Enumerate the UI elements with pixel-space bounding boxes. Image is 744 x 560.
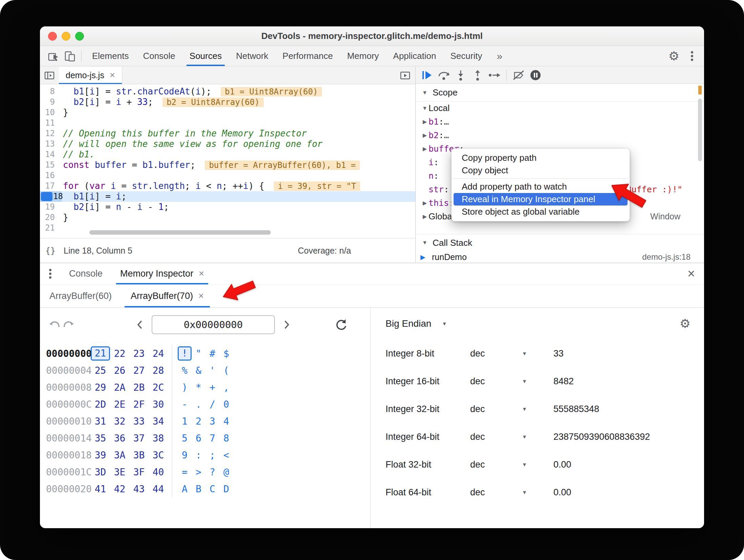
resume-script-icon[interactable]	[418, 67, 435, 83]
menu-item-store-object-as-global-variable[interactable]: Store object as global variable	[452, 206, 630, 218]
menu-item-copy-object[interactable]: Copy object	[452, 164, 630, 177]
ascii-char[interactable]: !	[178, 346, 192, 361]
code-text[interactable]: // will open the same view as for openin…	[55, 139, 323, 149]
ascii-char[interactable]: 7	[205, 433, 219, 444]
undo-icon[interactable]	[47, 318, 62, 332]
disclosure-triangle-icon[interactable]: ▶	[421, 119, 429, 125]
disclosure-triangle-icon[interactable]: ▶	[421, 200, 429, 206]
ascii-char[interactable]: ?	[205, 467, 219, 478]
line-number[interactable]: 15	[40, 160, 55, 170]
ascii-char[interactable]: D	[219, 483, 233, 495]
call-stack-frame[interactable]: ▶ runDemo demo-js.js:18	[416, 251, 704, 263]
next-page-icon[interactable]	[280, 318, 294, 332]
code-text[interactable]: // b1.	[55, 149, 95, 160]
zoom-window-button[interactable]	[75, 32, 84, 41]
deactivate-breakpoints-icon[interactable]	[510, 67, 527, 83]
step-over-icon[interactable]	[435, 67, 452, 83]
more-tabs-button[interactable]: »	[492, 50, 507, 62]
ascii-char[interactable]: &	[192, 365, 205, 376]
hex-byte[interactable]: 2B	[129, 382, 149, 393]
code-text[interactable]: }	[55, 107, 68, 118]
hex-byte[interactable]: 33	[129, 416, 149, 427]
hex-byte[interactable]: 27	[129, 365, 149, 376]
ascii-char[interactable]: $	[219, 348, 233, 359]
line-number[interactable]: 20	[40, 212, 55, 223]
disclosure-triangle-icon[interactable]: ▼	[421, 105, 429, 111]
inspect-element-icon[interactable]	[45, 48, 62, 64]
kebab-menu-icon[interactable]	[691, 55, 693, 57]
scope-row-local[interactable]: ▼Local	[416, 102, 704, 115]
hex-byte[interactable]: 2A	[110, 382, 129, 393]
format-dropdown[interactable]: dec▾	[470, 404, 553, 414]
ascii-char[interactable]: 1	[178, 416, 192, 427]
close-tab-icon[interactable]: ×	[198, 292, 204, 301]
hex-byte[interactable]: 2F	[129, 399, 149, 410]
ascii-char[interactable]: *	[192, 382, 205, 393]
device-toolbar-icon[interactable]	[62, 48, 78, 64]
scope-row-b1[interactable]: ▶b1: …	[416, 115, 704, 129]
pretty-print-icon[interactable]: {}	[45, 246, 56, 256]
line-number[interactable]: 21	[40, 223, 55, 233]
memory-tab-arraybuffer-60[interactable]: ArrayBuffer(60)	[40, 285, 121, 307]
hex-byte[interactable]: 29	[91, 382, 110, 393]
code-text[interactable]: b2[i] = i + 33;b2 = Uint8Array(60)	[55, 97, 264, 107]
format-dropdown[interactable]: dec▾	[470, 487, 553, 498]
hex-byte[interactable]: 3B	[129, 450, 149, 461]
ascii-char[interactable]: "	[192, 348, 205, 359]
address-input[interactable]	[152, 315, 275, 334]
ascii-char[interactable]: ,	[219, 382, 233, 393]
code-text[interactable]	[55, 118, 63, 128]
horizontal-scrollbar[interactable]	[89, 230, 271, 235]
hex-byte[interactable]: 3D	[91, 467, 110, 478]
step-into-icon[interactable]	[452, 67, 469, 83]
hex-byte[interactable]: 39	[91, 450, 110, 461]
disclosure-triangle-icon[interactable]: ▶	[421, 132, 429, 138]
line-number[interactable]: 10	[40, 107, 55, 118]
pause-on-exceptions-icon[interactable]	[527, 67, 544, 83]
hex-byte[interactable]: 43	[129, 483, 149, 495]
line-number[interactable]: 18	[48, 191, 63, 202]
code-text[interactable]: for (var i = str.length; i < n; ++i) {i …	[55, 181, 360, 191]
tab-sources[interactable]: Sources	[182, 46, 229, 66]
code-text[interactable]: const buffer = b1.buffer;buffer = ArrayB…	[55, 160, 360, 170]
previous-page-icon[interactable]	[133, 318, 147, 332]
settings-gear-icon[interactable]: ⚙	[669, 50, 679, 62]
line-number[interactable]: 9	[40, 97, 55, 107]
vertical-scrollbar[interactable]	[698, 99, 702, 161]
hex-byte[interactable]: 40	[149, 467, 168, 478]
disclosure-triangle-icon[interactable]: ▶	[421, 213, 429, 220]
code-editor[interactable]: 8 b1[i] = str.charCodeAt(i);b1 = Uint8Ar…	[40, 84, 415, 238]
ascii-char[interactable]: ;	[205, 450, 219, 461]
ascii-char[interactable]: '	[205, 365, 219, 376]
disclosure-triangle-icon[interactable]: ▶	[421, 146, 429, 152]
ascii-char[interactable]: =	[178, 467, 192, 478]
code-text[interactable]: }	[55, 212, 68, 223]
hex-byte[interactable]: 38	[149, 433, 168, 444]
line-number[interactable]: 16	[40, 170, 55, 181]
ascii-char[interactable]: B	[192, 483, 205, 495]
format-dropdown[interactable]: dec▾	[470, 459, 553, 470]
refresh-icon[interactable]	[334, 318, 348, 332]
redo-icon[interactable]	[62, 318, 76, 332]
tab-network[interactable]: Network	[229, 46, 275, 66]
ascii-char[interactable]: -	[178, 399, 192, 410]
hex-byte[interactable]: 34	[149, 416, 168, 427]
hex-byte[interactable]: 3E	[110, 467, 129, 478]
close-window-button[interactable]	[48, 32, 57, 41]
line-number[interactable]: 17	[40, 181, 55, 191]
format-dropdown[interactable]: dec▾	[470, 376, 553, 387]
line-number[interactable]: 13	[40, 139, 55, 149]
editor-options-icon[interactable]	[400, 67, 415, 84]
hex-byte[interactable]: 3C	[149, 450, 168, 461]
file-tab-demo-js[interactable]: demo-js.js ×	[59, 67, 122, 84]
ascii-char[interactable]: A	[178, 483, 192, 495]
drawer-tab-memory-inspector[interactable]: Memory Inspector×	[111, 263, 213, 284]
ascii-char[interactable]: <	[219, 450, 233, 461]
endianness-dropdown[interactable]: Big Endian	[386, 318, 431, 329]
tab-memory[interactable]: Memory	[340, 46, 386, 66]
show-navigator-icon[interactable]	[40, 67, 59, 84]
hex-byte[interactable]: 26	[110, 365, 129, 376]
ascii-char[interactable]: .	[192, 399, 205, 410]
ascii-char[interactable]: 2	[192, 416, 205, 427]
ascii-char[interactable]: 6	[192, 433, 205, 444]
